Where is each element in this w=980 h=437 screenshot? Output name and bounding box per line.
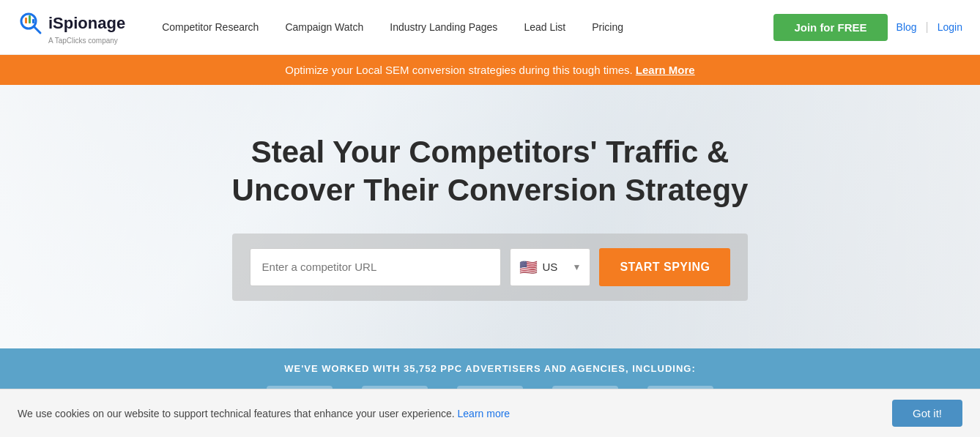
nav-lead-list[interactable]: Lead List — [511, 21, 579, 33]
promo-learn-more[interactable]: Learn More — [636, 64, 695, 76]
logo-text: iSpionage — [48, 14, 125, 33]
svg-rect-4 — [32, 19, 34, 23]
cookie-banner: We use cookies on our website to support… — [0, 389, 980, 427]
cookie-accept-button[interactable]: Got it! — [892, 400, 962, 427]
country-label: US — [542, 261, 557, 273]
hero-title-line2: Uncover Their Conversion Strategy — [232, 173, 749, 207]
cookie-text: We use cookies on our website to support… — [18, 408, 883, 419]
login-link[interactable]: Login — [938, 21, 962, 33]
join-free-button[interactable]: Join for FREE — [773, 14, 887, 41]
logo[interactable]: iSpionage A TapClicks company — [18, 10, 125, 45]
hero-content: Steal Your Competitors' Traffic & Uncove… — [232, 133, 749, 301]
hero-section: Steal Your Competitors' Traffic & Uncove… — [0, 85, 980, 348]
country-select[interactable]: 🇺🇸 US ▼ — [510, 248, 590, 286]
svg-rect-3 — [29, 15, 31, 23]
nav-separator: | — [926, 20, 929, 34]
chevron-down-icon: ▼ — [572, 262, 581, 272]
start-spying-button[interactable]: START SPYING — [599, 248, 730, 286]
logo-sub: A TapClicks company — [48, 37, 118, 45]
blog-link[interactable]: Blog — [897, 21, 917, 33]
nav-right: Join for FREE Blog | Login — [773, 14, 962, 41]
nav-pricing[interactable]: Pricing — [579, 21, 636, 33]
svg-rect-2 — [25, 18, 27, 23]
navbar: iSpionage A TapClicks company Competitor… — [0, 0, 980, 55]
promo-text: Optimize your Local SEM conversion strat… — [285, 64, 632, 76]
nav-competitor-research[interactable]: Competitor Research — [149, 21, 272, 33]
promo-banner: Optimize your Local SEM conversion strat… — [0, 55, 980, 85]
flag-icon: 🇺🇸 — [519, 258, 538, 276]
competitor-url-input[interactable] — [250, 248, 502, 286]
nav-industry-landing-pages[interactable]: Industry Landing Pages — [376, 21, 511, 33]
hero-title: Steal Your Competitors' Traffic & Uncove… — [232, 133, 749, 210]
logo-icon — [18, 10, 44, 37]
cookie-learn-more[interactable]: Learn more — [458, 408, 511, 419]
clients-title: WE'VE WORKED WITH 35,752 PPC ADVERTISERS… — [15, 363, 965, 374]
svg-line-1 — [34, 26, 40, 33]
hero-title-line1: Steal Your Competitors' Traffic & — [251, 135, 730, 169]
search-box: 🇺🇸 US ▼ START SPYING — [232, 234, 749, 301]
nav-links: Competitor Research Campaign Watch Indus… — [149, 21, 773, 33]
nav-campaign-watch[interactable]: Campaign Watch — [272, 21, 376, 33]
